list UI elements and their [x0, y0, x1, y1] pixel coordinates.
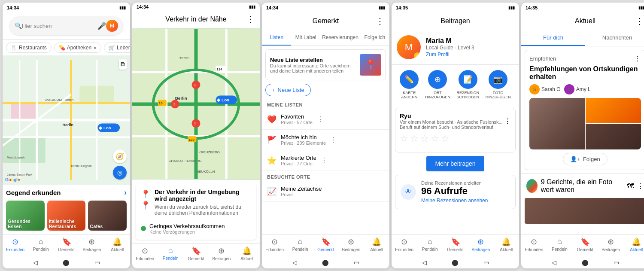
search-bar[interactable]: 🔍 🎤 M — [9, 16, 123, 35]
empfohlen-dots[interactable]: ⋮ — [634, 55, 641, 63]
status-bar-5: 14:35 ▮▮▮ — [521, 3, 644, 12]
chip-restaurants[interactable]: 🍴 Restaurants — [6, 43, 52, 53]
card-italienisch[interactable]: Italienische Restaurants — [47, 201, 86, 231]
mehr-beitragen-button[interactable]: Mehr beitragen — [426, 156, 484, 171]
back-btn-2[interactable]: ◁ — [161, 268, 169, 268]
search-input[interactable] — [22, 23, 97, 29]
list-dots-favoriten[interactable]: ⋮ — [317, 115, 324, 123]
nav-gemerkt-3[interactable]: 🔖 Gemerkt — [313, 237, 338, 252]
list-item-zeitachse[interactable]: 📈 Meine Zeitachse Privat — [262, 181, 389, 202]
nav-erkunden-5[interactable]: ⊙ Erkunden — [521, 237, 547, 252]
chip-apotheken[interactable]: 💊 Apotheken ✕ — [54, 43, 101, 53]
svg-text:!: ! — [194, 83, 196, 88]
back-btn-1[interactable]: ◁ — [31, 259, 39, 266]
tab-folge-ich[interactable]: Folge ich — [360, 30, 389, 46]
foto-hinzufuegen-btn[interactable]: 📷 FOTOHINZUFÜGEN — [486, 70, 511, 99]
nav-aktuell-4[interactable]: 🔔 Aktuell — [494, 237, 519, 252]
nav-erkunden-4[interactable]: ⊙ Erkunden — [392, 237, 417, 252]
nav-erkunden-2[interactable]: ⊙ Erkunden — [132, 246, 158, 261]
menu-dots-2[interactable]: ⋮ — [246, 14, 255, 24]
user-avatar[interactable]: M — [106, 20, 118, 32]
back-btn-5[interactable]: ◁ — [550, 259, 558, 266]
tab-reservierungen[interactable]: Reservierungen — [320, 30, 360, 46]
compass-button[interactable]: 🧭 — [113, 149, 127, 163]
menu-dots-5[interactable]: ⋮ — [635, 16, 644, 26]
star-2[interactable]: ☆ — [410, 133, 419, 144]
updates-icon-4: 🔔 — [501, 237, 511, 247]
updates-icon-2: 🔔 — [242, 246, 252, 256]
gerichte-map-icon[interactable]: 🗺 — [627, 182, 634, 190]
star-5[interactable]: ☆ — [441, 133, 450, 144]
new-list-button[interactable]: + Neue Liste — [265, 84, 311, 96]
foto-hinzufuegen-label: FOTOHINZUFÜGEN — [486, 91, 511, 99]
gerichte-dots[interactable]: ⋮ — [637, 182, 644, 190]
layers-button[interactable]: ⧉ — [119, 59, 127, 70]
home-btn-4[interactable]: ⬤ — [451, 259, 459, 266]
nav-aktuell-3[interactable]: 🔔 Aktuell — [364, 237, 389, 252]
back-btn-4[interactable]: ◁ — [420, 259, 428, 266]
recents-btn-1[interactable]: ▭ — [94, 259, 101, 266]
star-3[interactable]: ☆ — [420, 133, 429, 144]
nav-pendeln-3[interactable]: ⌂ Pendeln — [287, 237, 313, 252]
star-1[interactable]: ☆ — [400, 133, 408, 144]
nav-beitragen-3[interactable]: ⊕ Beitragen — [338, 237, 364, 252]
tab-fuer-dich[interactable]: Für dich — [521, 30, 585, 46]
nav-aktuell-2[interactable]: 🔔 Aktuell — [234, 246, 260, 261]
back-btn-3[interactable]: ◁ — [291, 259, 298, 266]
nav-aktuell-1[interactable]: 🔔 Aktuell — [105, 237, 130, 252]
home-btn-3[interactable]: ⬤ — [322, 259, 329, 266]
tab-mit-label[interactable]: Mit Label — [291, 30, 320, 46]
nav-gemerkt-5[interactable]: 🔖 Gemerkt — [572, 237, 598, 252]
mic-icon[interactable]: 🎤 — [97, 22, 106, 30]
chip-lebensmittel[interactable]: 🛒 Lebensmittel ✕ — [104, 43, 130, 53]
nav-beitragen-2[interactable]: ⊕ Beitragen — [209, 246, 234, 261]
list-dots-markiert[interactable]: ⋮ — [321, 156, 328, 164]
tab-nachrichten[interactable]: Nachrichten — [585, 30, 644, 46]
karte-aendern-btn[interactable]: ✏️ KARTEÄNDERN — [400, 70, 419, 99]
recents-btn-5[interactable]: ▭ — [613, 259, 620, 266]
nav-erkunden-3[interactable]: ⊙ Erkunden — [262, 237, 287, 252]
nav-gemerkt-label-5: Gemerkt — [577, 247, 593, 252]
rezension-schreiben-btn[interactable]: 📝 REZENSIONSCHREIBEN — [457, 70, 480, 99]
explore-arrow[interactable]: › — [124, 188, 127, 197]
home-btn-1[interactable]: ⬤ — [62, 259, 70, 266]
card-gesundes-essen[interactable]: Gesundes Essen — [6, 201, 45, 231]
home-btn-2[interactable]: ⬤ — [192, 268, 200, 268]
ort-hinzufuegen-btn[interactable]: ⊕ ORTHINZUFÜGEN — [425, 70, 450, 99]
stats-link[interactable]: Meine Rezensionen ansehen — [421, 198, 488, 204]
recents-btn-2[interactable]: ▭ — [223, 268, 231, 268]
list-item-favoriten[interactable]: ❤️ Favoriten Privat · 57 Orte ⋮ — [262, 109, 389, 130]
list-item-moechte[interactable]: 🚩 Möchte ich hin Privat · 209 Elemente ⋮ — [262, 130, 389, 150]
home-btn-5[interactable]: ⬤ — [581, 259, 589, 266]
nav-gemerkt-4[interactable]: 🔖 Gemerkt — [443, 237, 468, 252]
chips-row: 🍴 Restaurants 💊 Apotheken ✕ 🛒 Lebensmitt… — [3, 40, 130, 55]
nav-pendeln-4[interactable]: ⌂ Pendeln — [417, 237, 442, 252]
nav-gemerkt-1[interactable]: 🔖 Gemerkt — [54, 237, 79, 252]
nav-aktuell-5[interactable]: 🔔 Aktuell — [623, 237, 644, 252]
review-card-dots[interactable]: ⋮ — [504, 117, 511, 125]
nav-pendeln-1[interactable]: ⌂ Pendeln — [28, 237, 53, 252]
explore-title-text: Gegend erkunden — [6, 189, 61, 196]
nav-beitragen-4[interactable]: ⊕ Beitragen — [468, 237, 493, 252]
gerichte-section[interactable]: 9 Gerichte, die ein Foto wert waren 🗺 ⋮ — [521, 174, 644, 198]
recents-btn-3[interactable]: ▭ — [353, 259, 361, 266]
nav-gemerkt-2[interactable]: 🔖 Gemerkt — [183, 246, 209, 261]
nav-erkunden-1[interactable]: ⊙ Erkunden — [3, 237, 28, 252]
tab-listen[interactable]: Listen — [262, 30, 291, 46]
list-item-markiert[interactable]: ⭐ Markierte Orte Privat · 77 Orte ⋮ — [262, 150, 389, 171]
menu-dots-3[interactable]: ⋮ — [376, 16, 384, 26]
card-cafes[interactable]: Cafés — [88, 201, 127, 231]
nav-beitragen-1[interactable]: ⊕ Beitragen — [79, 237, 104, 252]
star-4[interactable]: ☆ — [431, 133, 439, 144]
list-dots-moechte[interactable]: ⋮ — [330, 136, 337, 144]
empfohlen-card: Empfohlen ⋮ Empfehlungen von Ortskundige… — [525, 50, 644, 170]
nav-pendeln-5[interactable]: ⌂ Pendeln — [547, 237, 573, 252]
chip-close-apotheken[interactable]: ✕ — [93, 46, 97, 50]
commute-icon-4: ⌂ — [428, 237, 432, 246]
follow-button[interactable]: 👤+ Folgen — [563, 153, 607, 165]
nav-beitragen-5[interactable]: ⊕ Beitragen — [598, 237, 624, 252]
profile-link[interactable]: Zum Profil — [426, 52, 474, 58]
recents-btn-4[interactable]: ▭ — [483, 259, 490, 266]
nav-pendeln-2[interactable]: ⌂ Pendeln — [158, 246, 183, 261]
my-location-button[interactable]: ◎ — [113, 166, 127, 180]
